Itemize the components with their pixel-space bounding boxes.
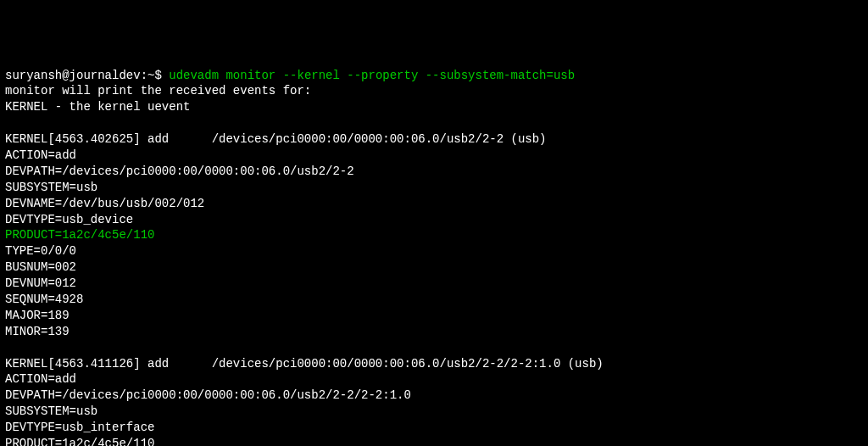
event2-action: ACTION=add [5,371,863,387]
intro-line-2: KERNEL - the kernel uevent [5,99,863,115]
event2-header: KERNEL[4563.411126] add /devices/pci0000… [5,356,863,372]
prompt-user-host: suryansh@journaldev:~$ [5,69,162,82]
event2-product: PRODUCT=1a2c/4c5e/110 [5,436,863,446]
blank-line [5,340,863,356]
event1-subsystem: SUBSYSTEM=usb [5,180,863,196]
event1-devname: DEVNAME=/dev/bus/usb/002/012 [5,196,863,212]
event1-busnum: BUSNUM=002 [5,259,863,276]
event1-devtype: DEVTYPE=usb_device [5,212,863,228]
command-text: udevadm monitor --kernel --property --su… [169,69,575,82]
intro-line-1: monitor will print the received events f… [5,83,863,99]
event1-devnum: DEVNUM=012 [5,276,863,292]
event2-devtype: DEVTYPE=usb_interface [5,420,863,436]
event1-header: KERNEL[4563.402625] add /devices/pci0000… [5,131,863,148]
blank-line [5,115,863,131]
event1-product: PRODUCT=1a2c/4c5e/110 [5,227,863,243]
event1-devpath: DEVPATH=/devices/pci0000:00/0000:00:06.0… [5,164,863,180]
event1-action: ACTION=add [5,148,863,164]
terminal-output[interactable]: suryansh@journaldev:~$ udevadm monitor -… [5,68,863,446]
event2-devpath: DEVPATH=/devices/pci0000:00/0000:00:06.0… [5,387,863,404]
event1-seqnum: SEQNUM=4928 [5,292,863,308]
prompt-line: suryansh@journaldev:~$ udevadm monitor -… [5,68,863,84]
event1-minor: MINOR=139 [5,324,863,340]
event1-major: MAJOR=189 [5,308,863,324]
event1-type: TYPE=0/0/0 [5,243,863,259]
event2-subsystem: SUBSYSTEM=usb [5,404,863,420]
